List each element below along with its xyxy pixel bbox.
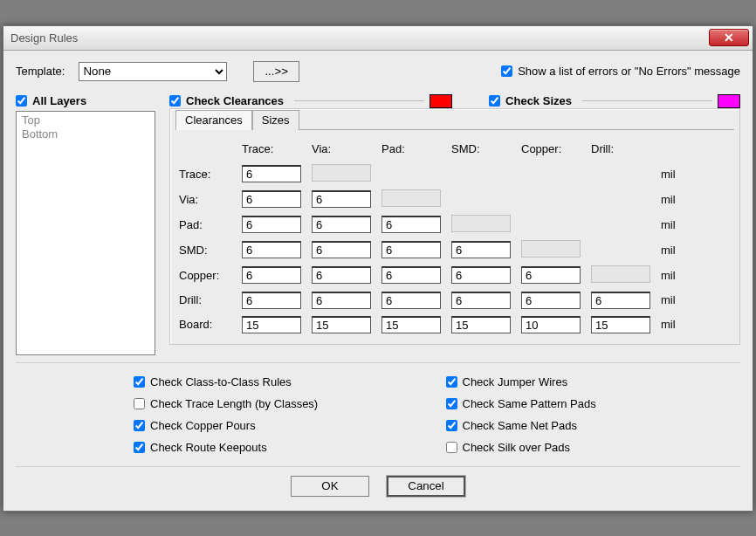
clearance-drill-4[interactable] <box>521 292 581 309</box>
clearance-board-4[interactable] <box>521 316 581 333</box>
all-layers-checkbox[interactable]: All Layers <box>16 94 162 107</box>
check-same-net-pads[interactable]: Check Same Net Pads <box>446 419 706 432</box>
check-clearances-label: Check Clearances <box>186 94 284 107</box>
row-board: Board: <box>175 313 238 337</box>
clearance-trace-0[interactable] <box>242 165 301 182</box>
clearance-copper-2[interactable] <box>381 266 441 284</box>
disabled-cell <box>521 240 581 258</box>
check-copper-pours[interactable]: Check Copper Pours <box>134 419 394 432</box>
all-layers-input[interactable] <box>16 95 27 107</box>
clearance-via-0[interactable] <box>242 190 301 208</box>
disabled-cell <box>591 265 650 283</box>
check-clearances-checkbox[interactable]: Check Clearances <box>169 94 284 107</box>
check-sizes-input[interactable] <box>489 95 500 107</box>
clearance-drill-3[interactable] <box>451 292 511 309</box>
clearances-grid: Trace: Via: Pad: SMD: Copper: Drill: Tra… <box>175 137 734 337</box>
sizes-color-swatch[interactable] <box>718 94 740 108</box>
clearance-board-0[interactable] <box>242 316 301 333</box>
row-smd: SMD: <box>175 237 238 263</box>
disabled-cell <box>451 215 511 232</box>
clearance-smd-2[interactable] <box>381 241 441 258</box>
template-label: Template: <box>16 65 65 78</box>
row-copper: Copper: <box>175 263 238 288</box>
show-errors-label: Show a list of errors or "No Errors" mes… <box>518 65 740 78</box>
unit-label: mil <box>657 263 734 288</box>
check-jumper-wires[interactable]: Check Jumper Wires <box>446 375 706 388</box>
all-layers-label: All Layers <box>32 94 86 107</box>
clearance-copper-1[interactable] <box>312 266 371 284</box>
col-smd: SMD: <box>448 137 518 161</box>
clearance-drill-2[interactable] <box>381 292 441 309</box>
disabled-cell <box>381 189 441 207</box>
clearance-pad-0[interactable] <box>242 216 301 233</box>
check-route-keepouts[interactable]: Check Route Keepouts <box>134 441 394 454</box>
row-via: Via: <box>175 187 238 212</box>
clearance-via-1[interactable] <box>312 190 371 208</box>
col-via: Via: <box>308 137 378 161</box>
clearance-board-2[interactable] <box>381 316 441 333</box>
clearance-copper-4[interactable] <box>521 266 581 284</box>
divider <box>294 100 424 101</box>
disabled-cell <box>312 164 371 182</box>
check-clearances-input[interactable] <box>169 95 181 107</box>
check-class-to-class[interactable]: Check Class-to-Class Rules <box>134 375 394 388</box>
col-copper: Copper: <box>518 137 588 161</box>
clearance-board-1[interactable] <box>312 316 371 333</box>
close-button[interactable]: ✕ <box>709 29 749 46</box>
close-icon: ✕ <box>724 31 734 45</box>
row-drill: Drill: <box>175 288 238 313</box>
row-pad: Pad: <box>175 212 238 237</box>
template-combo[interactable]: None <box>79 62 227 81</box>
check-sizes-label: Check Sizes <box>505 94 572 107</box>
titlebar: Design Rules ✕ <box>3 26 753 51</box>
show-errors-input[interactable] <box>501 65 512 77</box>
clearance-pad-1[interactable] <box>312 216 371 233</box>
window-title: Design Rules <box>10 31 709 45</box>
clearance-drill-0[interactable] <box>242 292 301 309</box>
tabs: Clearances Sizes <box>175 109 734 130</box>
unit-label: mil <box>657 187 734 212</box>
check-same-pattern-pads[interactable]: Check Same Pattern Pads <box>446 397 706 410</box>
check-silk-over-pads[interactable]: Check Silk over Pads <box>446 441 706 454</box>
clearance-drill-5[interactable] <box>591 292 650 309</box>
show-errors-checkbox[interactable]: Show a list of errors or "No Errors" mes… <box>501 65 740 78</box>
clearance-copper-3[interactable] <box>451 266 511 284</box>
template-more-button[interactable]: ...>> <box>253 61 299 82</box>
layer-item[interactable]: Bottom <box>22 127 149 142</box>
unit-label: mil <box>657 237 734 263</box>
clearance-smd-0[interactable] <box>242 241 301 258</box>
clearance-smd-3[interactable] <box>451 241 511 258</box>
divider <box>582 100 712 101</box>
unit-label: mil <box>657 212 734 237</box>
clearance-smd-1[interactable] <box>312 241 371 258</box>
ok-button[interactable]: OK <box>291 476 369 497</box>
col-pad: Pad: <box>378 137 448 161</box>
clearance-pad-2[interactable] <box>381 216 441 233</box>
clearance-board-5[interactable] <box>591 316 650 333</box>
unit-label: mil <box>657 288 734 313</box>
tab-clearances[interactable]: Clearances <box>175 110 252 130</box>
clearance-copper-0[interactable] <box>242 266 301 284</box>
row-trace: Trace: <box>175 161 238 187</box>
layers-list[interactable]: Top Bottom <box>16 111 155 355</box>
clearances-color-swatch[interactable] <box>430 94 452 108</box>
layer-item[interactable]: Top <box>22 113 149 128</box>
check-sizes-checkbox[interactable]: Check Sizes <box>489 94 572 107</box>
clearance-board-3[interactable] <box>451 316 511 333</box>
unit-label: mil <box>657 161 734 187</box>
unit-label: mil <box>657 313 734 337</box>
cancel-button[interactable]: Cancel <box>387 476 465 497</box>
col-trace: Trace: <box>238 137 308 161</box>
check-trace-length[interactable]: Check Trace Length (by Classes) <box>134 397 394 410</box>
clearance-drill-1[interactable] <box>312 292 371 309</box>
tab-sizes[interactable]: Sizes <box>252 110 299 130</box>
design-rules-dialog: Design Rules ✕ Template: None ...>> Show… <box>3 25 753 512</box>
col-drill: Drill: <box>588 137 657 161</box>
